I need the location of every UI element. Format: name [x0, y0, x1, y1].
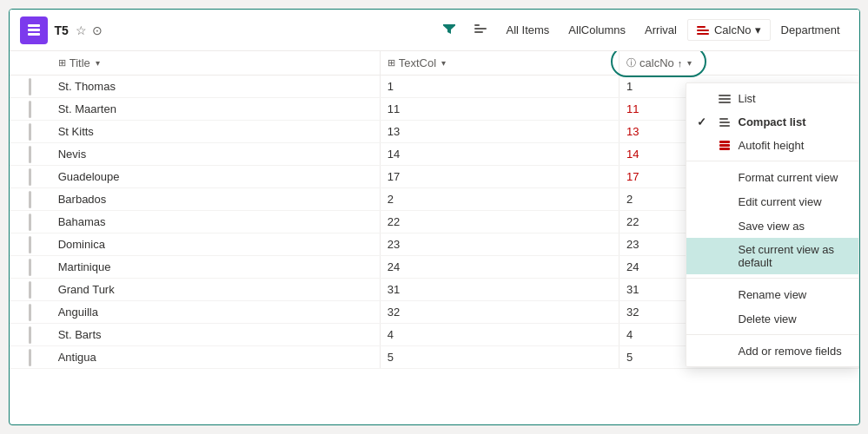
calcno-chevron-icon: ▾	[755, 23, 761, 36]
menu-item-compact-list[interactable]: ✓ Compact list	[686, 110, 858, 134]
rename-view-check	[697, 288, 711, 301]
col-textcol-label: TextCol	[399, 56, 436, 69]
calcno-tab-label: CalcNo	[714, 23, 752, 36]
row-indicator	[10, 98, 51, 121]
tab-department[interactable]: Department	[772, 20, 849, 40]
table-area: ⊞ Title ▾ ⊞ TextCol ▾	[10, 51, 859, 424]
star-icon[interactable]: ☆	[76, 23, 87, 37]
row-bar	[29, 123, 31, 141]
tab-calcno[interactable]: CalcNo ▾	[687, 19, 771, 41]
svg-rect-6	[719, 141, 730, 143]
calcno-chevron-icon: ▾	[687, 58, 692, 68]
view-tabs: All Items AllColumns Arrival CalcNo ▾ De…	[498, 19, 849, 41]
row-indicator	[10, 211, 51, 233]
cell-textcol: 31	[380, 279, 619, 301]
calcno-sort-asc-icon: ↑	[678, 58, 683, 69]
svg-rect-0	[28, 24, 40, 27]
row-indicator	[10, 346, 51, 369]
menu-item-autofit[interactable]: Autofit height	[686, 134, 858, 157]
svg-rect-2	[28, 33, 40, 36]
menu-item-rename-view[interactable]: Rename view	[686, 282, 858, 306]
row-bar	[29, 78, 31, 95]
title-chevron-icon: ▾	[96, 58, 100, 68]
menu-item-format-view[interactable]: Format current view	[686, 165, 858, 189]
row-indicator	[10, 188, 51, 211]
group-button[interactable]	[467, 18, 494, 43]
menu-add-remove-label: Add or remove fields	[739, 345, 842, 358]
menu-item-delete-view[interactable]: Delete view	[686, 306, 858, 331]
autofit-icon	[718, 140, 732, 152]
row-bar	[29, 101, 31, 118]
app-icon	[20, 16, 48, 44]
row-bar	[29, 304, 31, 321]
group-icon	[474, 22, 487, 36]
tab-all-columns[interactable]: AllColumns	[560, 20, 634, 40]
cell-title: Guadeloupe	[51, 166, 381, 188]
tab-arrival[interactable]: Arrival	[636, 20, 686, 40]
menu-list-label: List	[739, 92, 756, 105]
list-check-icon	[697, 92, 711, 105]
cell-title: Antigua	[51, 346, 381, 369]
svg-rect-4	[474, 28, 487, 30]
cell-title: Bahamas	[51, 211, 381, 233]
svg-rect-1	[28, 29, 40, 31]
cell-title: Barbados	[51, 188, 381, 211]
menu-item-set-default[interactable]: Set current view as default	[686, 238, 858, 274]
cell-textcol: 24	[380, 256, 619, 279]
menu-item-edit-view[interactable]: Edit current view	[686, 189, 858, 214]
menu-item-list[interactable]: List	[686, 87, 858, 110]
menu-divider-1	[686, 161, 858, 161]
filter-button[interactable]	[435, 18, 463, 43]
cell-textcol: 17	[380, 166, 619, 188]
cell-textcol: 11	[380, 98, 619, 121]
cell-textcol: 4	[380, 324, 619, 346]
compact-list-icon	[718, 118, 732, 127]
menu-set-default-label: Set current view as default	[739, 243, 848, 269]
menu-item-add-remove-fields[interactable]: Add or remove fields	[686, 339, 858, 363]
col-header-title[interactable]: ⊞ Title ▾	[51, 51, 381, 76]
calcno-info-icon: ⓘ	[626, 56, 636, 69]
edit-view-icon	[718, 194, 732, 208]
row-indicator	[10, 76, 51, 98]
row-indicator	[10, 324, 51, 346]
cell-textcol: 22	[380, 211, 619, 233]
svg-rect-5	[474, 31, 483, 33]
header-actions: All Items AllColumns Arrival CalcNo ▾ De…	[435, 18, 849, 43]
tab-all-items[interactable]: All Items	[498, 20, 559, 40]
cell-textcol: 14	[380, 143, 619, 166]
cell-title: Nevis	[51, 143, 381, 166]
save-view-icon	[718, 219, 732, 233]
cell-textcol: 23	[380, 233, 619, 256]
row-bar	[29, 281, 31, 299]
textcol-chevron-icon: ▾	[441, 58, 446, 68]
check-circle-icon[interactable]: ⊙	[92, 23, 103, 37]
cell-title: Anguilla	[51, 301, 381, 324]
menu-divider-3	[686, 334, 858, 335]
row-bar	[29, 326, 31, 344]
svg-rect-3	[474, 24, 480, 26]
app-title: T5	[55, 23, 69, 37]
menu-compact-list-label: Compact list	[739, 115, 806, 128]
rename-view-icon	[718, 287, 732, 301]
cell-title: St Kitts	[51, 121, 381, 143]
autofit-check-icon	[697, 139, 711, 152]
menu-item-save-view[interactable]: Save view as	[686, 214, 858, 238]
menu-rename-view-label: Rename view	[739, 288, 807, 301]
menu-save-view-label: Save view as	[739, 220, 805, 233]
row-indicator	[10, 166, 51, 188]
row-bar	[29, 146, 31, 163]
col-header-textcol[interactable]: ⊞ TextCol ▾	[380, 51, 619, 76]
col-calcno-label: calcNo	[639, 56, 674, 69]
cell-textcol: 13	[380, 121, 619, 143]
save-view-check	[697, 220, 711, 233]
row-indicator	[10, 256, 51, 279]
col-header-calcno[interactable]: ⓘ calcNo ↑ ▾	[620, 51, 858, 76]
header: T5 ☆ ⊙ All Items AllColumns Arrival	[10, 10, 859, 51]
menu-divider-2	[686, 278, 858, 279]
row-bar	[29, 168, 31, 186]
format-view-check	[697, 171, 711, 184]
format-view-icon	[718, 170, 732, 184]
cell-title: Martinique	[51, 256, 381, 279]
cell-title: Dominica	[51, 233, 381, 256]
cell-title: St. Barts	[51, 324, 381, 346]
